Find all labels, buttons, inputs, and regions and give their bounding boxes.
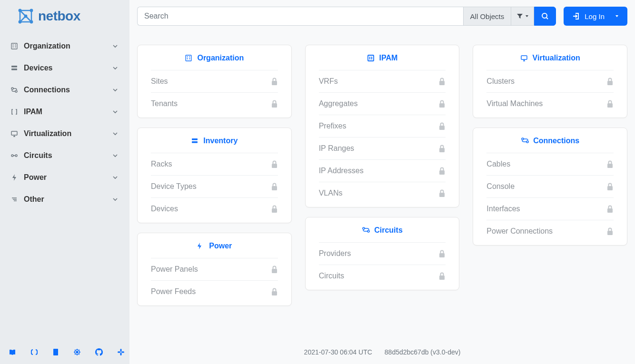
sidebar-item-circuits[interactable]: Circuits: [8, 145, 122, 167]
row-link[interactable]: Providers: [319, 249, 351, 258]
login-label: Log In: [585, 12, 605, 20]
card-title[interactable]: Virtualization: [533, 54, 580, 62]
svg-rect-39: [368, 55, 374, 61]
monitor-icon: [10, 130, 18, 138]
docs-icon[interactable]: [9, 348, 16, 356]
row-link[interactable]: Power Feeds: [151, 287, 196, 296]
sidebar-item-label: Virtualization: [24, 129, 71, 138]
sidebar-item-ipam[interactable]: IPAM: [8, 101, 122, 123]
svg-rect-17: [53, 349, 58, 355]
lock-icon: [271, 288, 278, 296]
object-selector[interactable]: All Objects: [463, 7, 512, 26]
sidebar-item-virtualization[interactable]: Virtualization: [8, 123, 122, 145]
row-link[interactable]: Console: [486, 182, 515, 191]
svg-point-47: [367, 230, 369, 232]
sidebar-item-connections[interactable]: Connections: [8, 79, 122, 101]
card-title[interactable]: Connections: [533, 137, 579, 145]
menu-icon: [10, 196, 18, 203]
api-icon[interactable]: [30, 348, 38, 356]
row-link[interactable]: Tenants: [151, 99, 178, 108]
search-button[interactable]: [534, 7, 556, 26]
sidebar-item-power[interactable]: Power: [8, 167, 122, 188]
svg-rect-36: [272, 208, 277, 213]
row-link[interactable]: Interfaces: [486, 205, 520, 213]
sidebar-item-other[interactable]: Other: [8, 188, 122, 210]
card-connections: Connections Cables Console Interfaces Po…: [473, 128, 627, 246]
card-virtualization: Virtualization Clusters Virtual Machines: [473, 45, 627, 118]
svg-rect-32: [192, 138, 198, 140]
card-title[interactable]: Circuits: [374, 226, 403, 235]
lock-icon: [438, 78, 446, 86]
card-row: Power Feeds: [151, 280, 278, 303]
card-inventory: Inventory Racks Device Types Devices: [137, 128, 292, 223]
row-link[interactable]: VLANs: [319, 189, 343, 197]
slack-icon[interactable]: [117, 348, 125, 356]
github-icon[interactable]: [95, 348, 103, 356]
card-title[interactable]: Power: [209, 242, 232, 250]
search-input[interactable]: [137, 7, 463, 26]
svg-rect-58: [607, 231, 613, 235]
svg-rect-9: [15, 47, 16, 48]
search-icon: [541, 12, 549, 20]
row-link[interactable]: Clusters: [486, 77, 515, 86]
card-title[interactable]: Organization: [197, 54, 244, 62]
row-link[interactable]: Devices: [151, 205, 178, 213]
svg-point-2: [30, 20, 33, 24]
chevron-down-icon: [111, 42, 119, 50]
logo[interactable]: netbox: [0, 0, 129, 31]
row-link[interactable]: Sites: [151, 77, 168, 86]
card-row: Cables: [486, 153, 614, 175]
card-row: Clusters: [486, 70, 614, 92]
svg-rect-37: [272, 269, 277, 273]
row-link[interactable]: Virtual Machines: [486, 99, 543, 108]
row-link[interactable]: Power Connections: [486, 227, 553, 236]
sidebar-item-devices[interactable]: Devices: [8, 57, 122, 79]
flash-icon: [197, 242, 204, 250]
login-button[interactable]: Log In: [564, 7, 627, 26]
bug-icon[interactable]: [73, 348, 81, 356]
dashboard-column: IPAM VRFs Aggregates Prefixes IP Ranges …: [305, 45, 460, 290]
card-title[interactable]: IPAM: [379, 54, 398, 62]
row-link[interactable]: VRFs: [319, 77, 338, 86]
sidebar-item-organization[interactable]: Organization: [8, 35, 122, 57]
object-selector-label: All Objects: [470, 12, 505, 20]
sidebar-item-label: Devices: [24, 64, 53, 72]
sidebar-item-label: Connections: [24, 86, 70, 94]
svg-point-24: [542, 13, 547, 18]
card-row: VRFs: [319, 70, 446, 92]
sidebar: netbox Organization Devices: [0, 0, 129, 364]
svg-rect-23: [121, 352, 124, 353]
chevron-down-icon: [111, 196, 119, 203]
filter-icon: [516, 13, 523, 20]
changelog-icon[interactable]: [52, 348, 59, 356]
row-link[interactable]: Prefixes: [319, 122, 347, 130]
svg-rect-14: [11, 131, 17, 135]
svg-rect-28: [187, 59, 188, 59]
card-row: Prefixes: [319, 115, 446, 137]
lock-icon: [606, 100, 614, 108]
lock-icon: [438, 167, 446, 175]
svg-point-3: [19, 20, 22, 24]
row-link[interactable]: IP Addresses: [319, 167, 364, 175]
row-link[interactable]: Power Panels: [151, 265, 198, 274]
logo-text: netbox: [38, 9, 80, 24]
svg-rect-49: [439, 275, 445, 280]
chevron-down-icon: [111, 108, 119, 116]
row-link[interactable]: Device Types: [151, 182, 197, 191]
row-link[interactable]: Circuits: [319, 272, 344, 280]
row-link[interactable]: Cables: [486, 160, 510, 168]
card-row: Virtual Machines: [486, 92, 614, 115]
row-link[interactable]: Aggregates: [319, 99, 358, 108]
svg-rect-21: [120, 353, 122, 355]
svg-rect-30: [272, 81, 277, 85]
card-title[interactable]: Inventory: [203, 137, 238, 145]
svg-rect-52: [607, 103, 613, 108]
row-link[interactable]: Racks: [151, 160, 172, 168]
chevron-down-icon: [111, 86, 119, 94]
svg-point-1: [30, 9, 33, 12]
circuit-icon: [362, 226, 369, 234]
card-circuits: Circuits Providers Circuits: [305, 217, 460, 290]
card-row: Device Types: [151, 175, 278, 197]
filter-button[interactable]: [511, 7, 534, 26]
row-link[interactable]: IP Ranges: [319, 144, 354, 153]
